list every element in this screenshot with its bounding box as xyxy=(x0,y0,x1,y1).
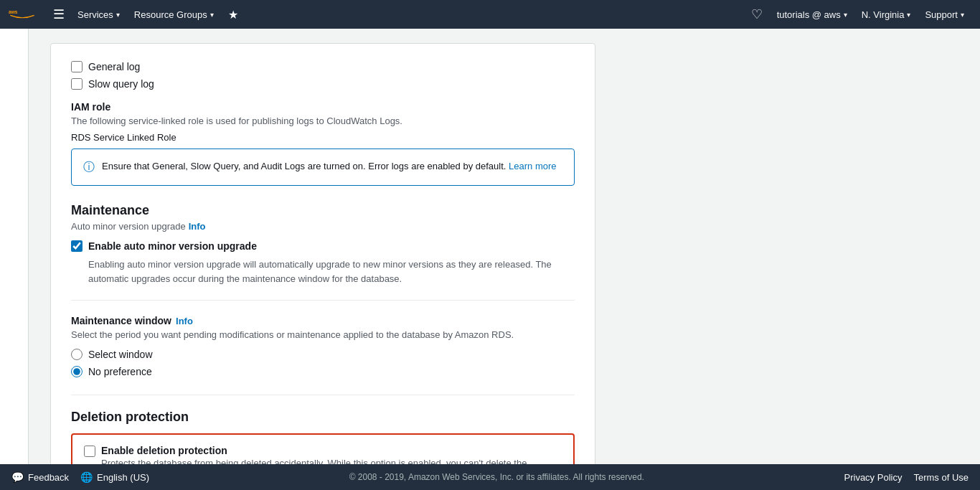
select-window-label[interactable]: Select window xyxy=(88,349,153,360)
learn-more-link[interactable]: Learn more xyxy=(509,161,556,171)
top-navigation: aws ☰ Services ▾ Resource Groups ▾ ★ ♡ t… xyxy=(0,0,980,29)
region-menu[interactable]: N. Virginia ▾ xyxy=(854,0,918,29)
language-selector[interactable]: 🌐 English (US) xyxy=(80,471,149,483)
deletion-main-label[interactable]: Enable deletion protection xyxy=(101,445,227,456)
select-window-row: Select window xyxy=(71,349,575,360)
auto-minor-sublabel: Auto minor version upgrade Info xyxy=(71,221,575,232)
general-log-checkbox[interactable] xyxy=(71,61,83,72)
hamburger-menu[interactable]: ☰ xyxy=(47,0,70,29)
main-wrapper: General log Slow query log IAM role The … xyxy=(0,29,980,490)
footer-left: 💬 Feedback 🌐 English (US) xyxy=(11,471,149,483)
rds-role-label: RDS Service Linked Role xyxy=(71,132,575,143)
account-menu[interactable]: tutorials @ aws ▾ xyxy=(770,0,854,29)
select-window-radio[interactable] xyxy=(71,349,83,360)
sidebar xyxy=(0,29,29,490)
region-caret: ▾ xyxy=(907,11,910,19)
auto-minor-info-badge[interactable]: Info xyxy=(189,221,206,232)
svg-text:aws: aws xyxy=(9,9,18,14)
resource-groups-menu[interactable]: Resource Groups ▾ xyxy=(127,0,221,29)
feedback-btn[interactable]: 💬 Feedback xyxy=(11,471,69,483)
enable-auto-minor-row: Enable auto minor version upgrade xyxy=(71,240,575,252)
maint-window-info-badge[interactable]: Info xyxy=(176,316,193,326)
support-caret: ▾ xyxy=(961,11,964,19)
general-log-row: General log xyxy=(71,61,575,72)
no-preference-radio[interactable] xyxy=(71,366,83,377)
slow-query-log-row: Slow query log xyxy=(71,78,575,90)
notifications-icon[interactable]: ♡ xyxy=(744,0,770,29)
services-caret: ▾ xyxy=(116,11,120,19)
slow-query-log-label[interactable]: Slow query log xyxy=(88,78,154,90)
maintenance-window-section: Maintenance window Info Select the perio… xyxy=(71,315,575,377)
enable-auto-minor-section: Enable auto minor version upgrade Enabli… xyxy=(71,240,575,286)
feedback-icon: 💬 xyxy=(11,471,24,483)
terms-of-use-link[interactable]: Terms of Use xyxy=(913,472,969,483)
enable-deletion-checkbox[interactable] xyxy=(84,446,95,457)
general-log-label[interactable]: General log xyxy=(88,61,140,72)
iam-role-desc: The following service-linked role is use… xyxy=(71,116,575,126)
resource-groups-caret: ▾ xyxy=(210,11,214,19)
maint-window-title: Maintenance window Info xyxy=(71,315,575,326)
section-divider-1 xyxy=(71,300,575,301)
services-menu[interactable]: Services ▾ xyxy=(70,0,127,29)
footer-right: Privacy Policy Terms of Use xyxy=(844,472,969,483)
account-caret: ▾ xyxy=(844,11,847,19)
enable-auto-minor-desc: Enabling auto minor version upgrade will… xyxy=(88,258,575,286)
info-circle-icon: ⓘ xyxy=(83,160,95,175)
no-preference-label[interactable]: No preference xyxy=(88,366,152,377)
settings-card: General log Slow query log IAM role The … xyxy=(50,43,595,490)
globe-icon: 🌐 xyxy=(80,471,93,483)
content-area: General log Slow query log IAM role The … xyxy=(29,29,980,490)
maint-window-desc: Select the period you want pending modif… xyxy=(71,329,575,340)
deletion-title: Deletion protection xyxy=(71,410,575,425)
enable-auto-minor-label[interactable]: Enable auto minor version upgrade xyxy=(88,240,257,252)
log-info-box: ⓘ Ensure that General, Slow Query, and A… xyxy=(71,149,575,186)
maintenance-title: Maintenance xyxy=(71,203,575,218)
enable-auto-minor-checkbox[interactable] xyxy=(71,240,83,252)
slow-query-log-checkbox[interactable] xyxy=(71,78,83,90)
footer: 💬 Feedback 🌐 English (US) © 2008 - 2019,… xyxy=(0,464,980,490)
iam-role-title: IAM role xyxy=(71,101,575,113)
pin-icon-btn[interactable]: ★ xyxy=(221,0,245,29)
footer-copyright: © 2008 - 2019, Amazon Web Services, Inc.… xyxy=(149,472,844,482)
aws-logo[interactable]: aws xyxy=(9,6,36,23)
info-box-text: Ensure that General, Slow Query, and Aud… xyxy=(102,159,557,174)
privacy-policy-link[interactable]: Privacy Policy xyxy=(844,472,903,483)
support-menu[interactable]: Support ▾ xyxy=(918,0,971,29)
no-preference-row: No preference xyxy=(71,366,575,377)
section-divider-2 xyxy=(71,395,575,395)
